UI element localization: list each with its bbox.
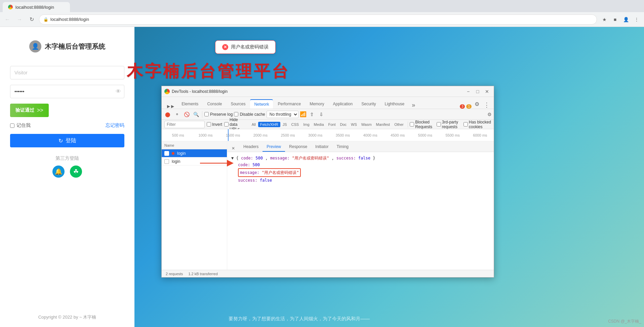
devtools-chrome-icon xyxy=(164,89,170,94)
filter-all[interactable]: All xyxy=(250,122,258,127)
maximize-button[interactable]: □ xyxy=(474,87,482,96)
network-item-login-1[interactable]: login xyxy=(162,149,227,157)
captcha-row: 验证通过 >> xyxy=(10,104,124,117)
profile-icon[interactable]: 👤 xyxy=(621,15,631,24)
devtools-title-left: DevTools - localhost:8888/login xyxy=(164,89,228,94)
has-blocked-cookies[interactable]: Has blocked cookies xyxy=(464,120,491,129)
filter-css[interactable]: CSS xyxy=(289,122,301,127)
export-icon[interactable]: ⇩ xyxy=(317,110,325,118)
tab-lighthouse[interactable]: Lighthouse xyxy=(381,99,409,109)
eye-icon[interactable]: 👁 xyxy=(116,88,121,95)
detail-tab-preview[interactable]: Preview xyxy=(263,142,285,152)
menu-icon[interactable]: ⋮ xyxy=(632,15,641,24)
filter-img[interactable]: Img xyxy=(301,122,311,127)
minimize-button[interactable]: − xyxy=(464,87,472,96)
disable-cache-checkbox[interactable]: Disable cache xyxy=(234,112,265,117)
tab-performance[interactable]: Performance xyxy=(274,99,305,109)
item-checkbox-2 xyxy=(164,159,169,164)
timeline-2500: 2500 ms xyxy=(274,133,302,137)
captcha-image[interactable]: 验证通过 >> xyxy=(10,104,49,117)
tab-security[interactable]: Security xyxy=(357,99,380,109)
browser-actions: ★ ■ 👤 ⋮ xyxy=(600,15,641,24)
copyright: Copyright © 2022 by ~ 木字楠 xyxy=(38,314,96,320)
filter-doc[interactable]: Doc xyxy=(338,122,349,127)
address-bar[interactable]: 🔒 localhost:8888/login xyxy=(39,14,597,25)
remember-me-label[interactable]: 记住我 xyxy=(10,122,31,129)
network-item-login-2[interactable]: login xyxy=(162,157,227,166)
qq-login-icon[interactable]: 🔔 xyxy=(52,166,65,178)
password-input[interactable] xyxy=(10,85,124,98)
lock-icon: 🔒 xyxy=(43,17,48,22)
detail-tabs: ✕ Headers Preview Response Initiator Tim… xyxy=(227,141,494,152)
bookmark-icon[interactable]: ★ xyxy=(600,15,609,24)
back-button[interactable]: ← xyxy=(3,15,12,24)
wechat-login-icon[interactable]: ☘ xyxy=(70,166,82,178)
tab-elements[interactable]: Elements xyxy=(177,99,202,109)
error-icon: ✕ xyxy=(222,44,228,50)
throttling-select[interactable]: No throttling xyxy=(267,111,298,118)
filter-wasm[interactable]: Wasm xyxy=(359,122,374,127)
search-button[interactable]: 🔍 xyxy=(192,110,200,118)
stop-recording-button[interactable]: ⚬ xyxy=(173,110,181,118)
toolbar-gear-icon[interactable]: ⚙ xyxy=(487,112,492,117)
third-party-icons: 🔔 ☘ xyxy=(10,166,124,178)
tab-favicon xyxy=(8,5,13,9)
filter-fetch-xhr[interactable]: Fetch/XHR xyxy=(258,122,280,127)
detail-panel: ✕ Headers Preview Response Initiator Tim… xyxy=(227,141,494,270)
filter-ws[interactable]: WS xyxy=(349,122,359,127)
username-group xyxy=(10,66,124,79)
forgot-password-link[interactable]: 忘记密码 xyxy=(106,122,124,129)
json-code-line: code: 500 xyxy=(231,161,490,168)
filter-manifest[interactable]: Manifest xyxy=(374,122,392,127)
preview-content: ▼ { code: 500 , message: "用户名或密码错误" , su… xyxy=(227,152,494,270)
browser-tab[interactable]: localhost:8888/login xyxy=(3,2,70,12)
third-party-title: 第三方登陆 xyxy=(10,155,124,161)
timeline-5000: 5000 ms xyxy=(411,133,439,137)
avatar-icon: 👤 xyxy=(29,40,41,52)
detail-tab-response[interactable]: Response xyxy=(285,142,311,152)
filter-type-buttons: All Fetch/XHR JS CSS Img Media Font Doc … xyxy=(250,122,406,127)
tab-memory[interactable]: Memory xyxy=(306,99,328,109)
tab-sources[interactable]: Sources xyxy=(227,99,249,109)
close-button[interactable]: ✕ xyxy=(483,87,491,96)
extension-icon[interactable]: ■ xyxy=(610,15,620,24)
network-list-header: Name xyxy=(162,141,227,149)
requests-count: 2 requests xyxy=(166,272,183,276)
filter-font[interactable]: Font xyxy=(326,122,338,127)
filter-other[interactable]: Other xyxy=(392,122,406,127)
invert-checkbox[interactable]: Invert xyxy=(207,122,222,127)
record-button[interactable]: ⬤ xyxy=(164,110,172,118)
password-wrapper: 👁 xyxy=(10,85,124,98)
clear-button[interactable]: 🚫 xyxy=(183,110,191,118)
import-icon[interactable]: ⇧ xyxy=(308,110,316,118)
third-party-checkbox[interactable]: 3rd-party requests xyxy=(437,120,461,129)
tab-console[interactable]: Console xyxy=(203,99,226,109)
filter-input[interactable] xyxy=(164,121,205,128)
blocked-requests-checkbox[interactable]: Blocked Requests xyxy=(410,120,435,129)
browser-toolbar: ← → ↻ 🔒 localhost:8888/login ★ ■ 👤 ⋮ xyxy=(0,12,644,27)
devtools-badges: 3 1 xyxy=(460,104,472,109)
filter-separator xyxy=(408,121,408,128)
filter-media[interactable]: Media xyxy=(312,122,326,127)
filter-js[interactable]: JS xyxy=(281,122,289,127)
devtools-settings-icon[interactable]: ⚙ xyxy=(472,99,482,109)
more-tabs-icon[interactable]: » xyxy=(410,102,417,109)
preserve-log-checkbox[interactable]: Preserve log xyxy=(204,112,233,117)
username-input[interactable] xyxy=(10,66,124,79)
detail-tab-headers[interactable]: Headers xyxy=(239,142,263,152)
detail-tab-initiator[interactable]: Initiator xyxy=(311,142,332,152)
password-group: 👁 xyxy=(10,85,124,98)
forward-button[interactable]: → xyxy=(15,15,24,24)
tab-network[interactable]: Network xyxy=(250,99,273,109)
login-button[interactable]: ↻ 登陆 xyxy=(10,134,124,147)
platform-title: 木字楠后台管理平台 xyxy=(127,61,290,82)
tab-application[interactable]: Application xyxy=(329,99,357,109)
detail-tab-timing[interactable]: Timing xyxy=(332,142,353,152)
remember-checkbox[interactable] xyxy=(10,123,14,128)
devtools-tab-selector[interactable]: ▶ ▶ xyxy=(166,104,175,109)
devtools-window: DevTools - localhost:8888/login − □ ✕ ▶ … xyxy=(161,86,494,278)
devtools-more-icon[interactable]: ⋮ xyxy=(482,101,491,109)
detail-close-icon[interactable]: ✕ xyxy=(230,145,237,152)
reload-button[interactable]: ↻ xyxy=(27,15,36,24)
highlighted-message: message: "用户名或密码错误" xyxy=(238,168,301,177)
